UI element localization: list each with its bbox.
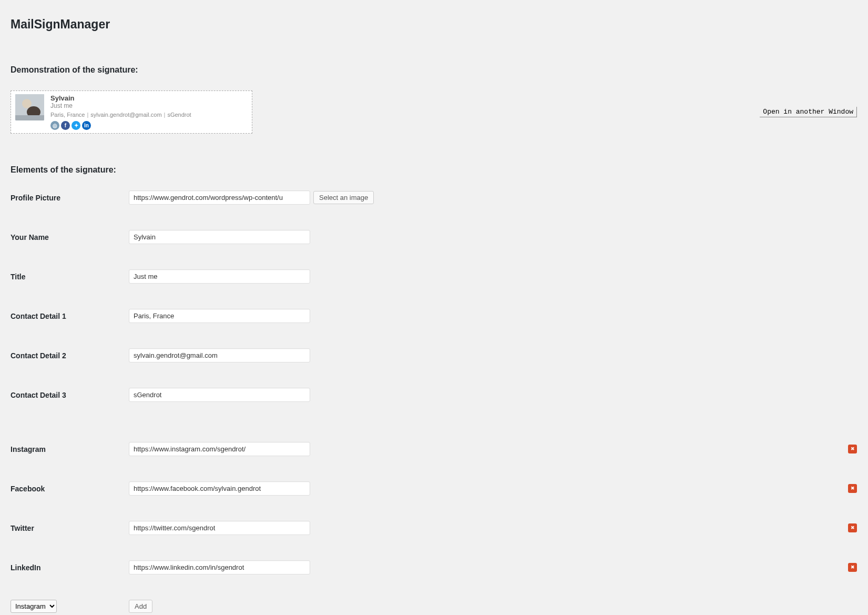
profile-picture-input[interactable] (129, 190, 310, 205)
section-demo-heading: Demonstration of the signature: (11, 65, 857, 75)
sig-contact1: Paris, France (50, 112, 85, 118)
twitter-icon: ✦ (72, 121, 80, 130)
sig-name: Sylvain (50, 94, 191, 102)
label-your-name: Your Name (11, 233, 129, 241)
add-social-button[interactable]: Add (129, 600, 152, 613)
delete-facebook-button[interactable] (848, 484, 857, 493)
delete-linkedin-button[interactable] (848, 563, 857, 572)
svg-rect-3 (15, 115, 44, 120)
your-name-input[interactable] (129, 230, 310, 244)
linkedin-input[interactable] (129, 560, 310, 574)
delete-twitter-button[interactable] (848, 523, 857, 532)
instagram-input[interactable] (129, 442, 310, 456)
section-elements-heading: Elements of the signature: (11, 165, 857, 175)
open-in-window-button[interactable]: Open in another Window (760, 107, 857, 117)
sig-title: Just me (50, 102, 191, 109)
contact3-input[interactable] (129, 388, 310, 402)
label-title: Title (11, 273, 129, 281)
label-contact1: Contact Detail 1 (11, 312, 129, 320)
delete-instagram-button[interactable] (848, 445, 857, 453)
contact2-input[interactable] (129, 348, 310, 362)
signature-preview: Sylvain Just me Paris, France|sylvain.ge… (11, 90, 252, 134)
avatar (15, 94, 44, 120)
app-title: MailSignManager (11, 13, 857, 34)
facebook-icon: f (61, 121, 70, 130)
select-image-button[interactable]: Select an image (313, 191, 374, 204)
label-twitter: Twitter (11, 524, 129, 532)
facebook-input[interactable] (129, 481, 310, 496)
label-contact3: Contact Detail 3 (11, 391, 129, 399)
label-facebook: Facebook (11, 485, 129, 493)
label-profile-picture: Profile Picture (11, 194, 129, 202)
instagram-icon: ◎ (50, 121, 59, 130)
sig-contact3: sGendrot (167, 112, 191, 118)
add-social-select[interactable]: Instagram (11, 600, 57, 613)
linkedin-icon: in (82, 121, 91, 130)
label-instagram: Instagram (11, 445, 129, 453)
sig-contact2: sylvain.gendrot@gmail.com (90, 112, 161, 118)
label-contact2: Contact Detail 2 (11, 351, 129, 360)
contact1-input[interactable] (129, 309, 310, 323)
twitter-input[interactable] (129, 521, 310, 535)
title-input[interactable] (129, 269, 310, 284)
label-linkedin: LinkedIn (11, 563, 129, 572)
svg-point-1 (22, 99, 32, 108)
